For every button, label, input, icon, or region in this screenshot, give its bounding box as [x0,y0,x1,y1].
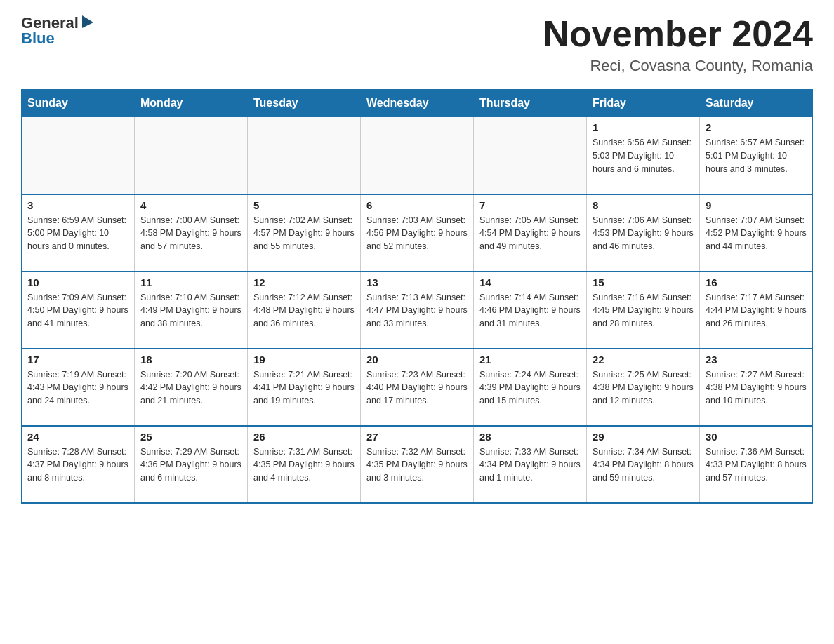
day-info: Sunrise: 7:23 AM Sunset: 4:40 PM Dayligh… [366,368,468,408]
day-info: Sunrise: 7:16 AM Sunset: 4:45 PM Dayligh… [593,291,694,330]
day-info: Sunrise: 7:00 AM Sunset: 4:58 PM Dayligh… [140,214,241,253]
header-day-thursday: Thursday [474,90,587,117]
week-row-1: 1Sunrise: 6:56 AM Sunset: 5:03 PM Daylig… [22,117,813,194]
calendar-cell [474,117,587,194]
day-info: Sunrise: 7:19 AM Sunset: 4:43 PM Dayligh… [27,368,128,408]
day-number: 26 [253,431,355,443]
calendar-cell: 22Sunrise: 7:25 AM Sunset: 4:38 PM Dayli… [587,349,700,426]
calendar-cell: 12Sunrise: 7:12 AM Sunset: 4:48 PM Dayli… [248,271,361,349]
week-row-3: 10Sunrise: 7:09 AM Sunset: 4:50 PM Dayli… [22,271,813,349]
page-header: General Blue November 2024 Reci, Covasna… [21,14,813,75]
logo-blue-text: Blue [21,29,55,48]
day-info: Sunrise: 6:56 AM Sunset: 5:03 PM Dayligh… [593,136,694,175]
calendar-cell: 21Sunrise: 7:24 AM Sunset: 4:39 PM Dayli… [474,349,587,426]
calendar-cell: 10Sunrise: 7:09 AM Sunset: 4:50 PM Dayli… [22,271,135,349]
calendar-cell: 17Sunrise: 7:19 AM Sunset: 4:43 PM Dayli… [22,349,135,426]
day-number: 22 [593,354,694,365]
calendar-cell: 25Sunrise: 7:29 AM Sunset: 4:36 PM Dayli… [135,426,248,503]
calendar-cell: 20Sunrise: 7:23 AM Sunset: 4:40 PM Dayli… [361,349,474,426]
day-number: 2 [706,121,807,133]
day-number: 29 [593,431,694,443]
day-info: Sunrise: 7:25 AM Sunset: 4:38 PM Dayligh… [593,368,694,408]
day-number: 18 [140,354,241,365]
day-info: Sunrise: 6:59 AM Sunset: 5:00 PM Dayligh… [27,214,128,253]
day-number: 5 [253,199,355,211]
week-row-2: 3Sunrise: 6:59 AM Sunset: 5:00 PM Daylig… [22,194,813,271]
calendar-header: SundayMondayTuesdayWednesdayThursdayFrid… [22,90,813,117]
day-number: 16 [706,276,807,288]
day-number: 21 [479,354,581,365]
day-number: 14 [479,276,581,288]
calendar-cell: 11Sunrise: 7:10 AM Sunset: 4:49 PM Dayli… [135,271,248,349]
day-info: Sunrise: 7:29 AM Sunset: 4:36 PM Dayligh… [140,445,241,485]
calendar-cell [361,117,474,194]
calendar-table: SundayMondayTuesdayWednesdayThursdayFrid… [21,89,813,504]
day-number: 8 [593,199,694,211]
calendar-cell: 8Sunrise: 7:06 AM Sunset: 4:53 PM Daylig… [587,194,700,271]
calendar-cell: 7Sunrise: 7:05 AM Sunset: 4:54 PM Daylig… [474,194,587,271]
day-info: Sunrise: 7:09 AM Sunset: 4:50 PM Dayligh… [27,291,128,330]
calendar-cell: 15Sunrise: 7:16 AM Sunset: 4:45 PM Dayli… [587,271,700,349]
calendar-cell: 3Sunrise: 6:59 AM Sunset: 5:00 PM Daylig… [22,194,135,271]
day-number: 15 [593,276,694,288]
day-info: Sunrise: 7:33 AM Sunset: 4:34 PM Dayligh… [479,445,581,485]
day-number: 27 [366,431,468,443]
calendar-cell: 24Sunrise: 7:28 AM Sunset: 4:37 PM Dayli… [22,426,135,503]
calendar-cell: 16Sunrise: 7:17 AM Sunset: 4:44 PM Dayli… [700,271,813,349]
day-info: Sunrise: 7:36 AM Sunset: 4:33 PM Dayligh… [706,445,807,485]
day-number: 7 [479,199,581,211]
calendar-cell: 29Sunrise: 7:34 AM Sunset: 4:34 PM Dayli… [587,426,700,503]
logo-triangle-icon [81,15,93,31]
day-info: Sunrise: 7:21 AM Sunset: 4:41 PM Dayligh… [253,368,355,408]
day-info: Sunrise: 7:24 AM Sunset: 4:39 PM Dayligh… [479,368,581,408]
calendar-cell [135,117,248,194]
day-number: 30 [706,431,807,443]
day-info: Sunrise: 7:12 AM Sunset: 4:48 PM Dayligh… [253,291,355,330]
day-info: Sunrise: 7:02 AM Sunset: 4:57 PM Dayligh… [253,214,355,253]
calendar-cell: 5Sunrise: 7:02 AM Sunset: 4:57 PM Daylig… [248,194,361,271]
day-info: Sunrise: 7:31 AM Sunset: 4:35 PM Dayligh… [253,445,355,485]
day-info: Sunrise: 7:32 AM Sunset: 4:35 PM Dayligh… [366,445,468,485]
day-number: 6 [366,199,468,211]
day-number: 9 [706,199,807,211]
day-info: Sunrise: 7:28 AM Sunset: 4:37 PM Dayligh… [27,445,128,485]
day-info: Sunrise: 7:03 AM Sunset: 4:56 PM Dayligh… [366,214,468,253]
location-subtitle: Reci, Covasna County, Romania [543,57,813,75]
header-row: SundayMondayTuesdayWednesdayThursdayFrid… [22,90,813,117]
calendar-cell: 19Sunrise: 7:21 AM Sunset: 4:41 PM Dayli… [248,349,361,426]
day-info: Sunrise: 7:17 AM Sunset: 4:44 PM Dayligh… [706,291,807,330]
calendar-cell: 26Sunrise: 7:31 AM Sunset: 4:35 PM Dayli… [248,426,361,503]
header-day-sunday: Sunday [22,90,135,117]
day-number: 10 [27,276,128,288]
day-info: Sunrise: 7:06 AM Sunset: 4:53 PM Dayligh… [593,214,694,253]
month-title: November 2024 [543,14,813,54]
day-number: 12 [253,276,355,288]
calendar-cell: 18Sunrise: 7:20 AM Sunset: 4:42 PM Dayli… [135,349,248,426]
calendar-cell: 30Sunrise: 7:36 AM Sunset: 4:33 PM Dayli… [700,426,813,503]
header-day-saturday: Saturday [700,90,813,117]
day-info: Sunrise: 7:10 AM Sunset: 4:49 PM Dayligh… [140,291,241,330]
day-number: 17 [27,354,128,365]
day-number: 24 [27,431,128,443]
calendar-cell [22,117,135,194]
day-number: 1 [593,121,694,133]
header-day-tuesday: Tuesday [248,90,361,117]
calendar-cell: 6Sunrise: 7:03 AM Sunset: 4:56 PM Daylig… [361,194,474,271]
calendar-body: 1Sunrise: 6:56 AM Sunset: 5:03 PM Daylig… [22,117,813,503]
day-number: 11 [140,276,241,288]
calendar-cell: 27Sunrise: 7:32 AM Sunset: 4:35 PM Dayli… [361,426,474,503]
calendar-cell [248,117,361,194]
header-day-friday: Friday [587,90,700,117]
header-day-wednesday: Wednesday [361,90,474,117]
day-number: 23 [706,354,807,365]
day-number: 4 [140,199,241,211]
day-info: Sunrise: 7:20 AM Sunset: 4:42 PM Dayligh… [140,368,241,408]
day-number: 3 [27,199,128,211]
title-area: November 2024 Reci, Covasna County, Roma… [543,14,813,75]
day-info: Sunrise: 7:07 AM Sunset: 4:52 PM Dayligh… [706,214,807,253]
calendar-cell: 1Sunrise: 6:56 AM Sunset: 5:03 PM Daylig… [587,117,700,194]
calendar-cell: 2Sunrise: 6:57 AM Sunset: 5:01 PM Daylig… [700,117,813,194]
day-number: 20 [366,354,468,365]
week-row-5: 24Sunrise: 7:28 AM Sunset: 4:37 PM Dayli… [22,426,813,503]
day-number: 19 [253,354,355,365]
